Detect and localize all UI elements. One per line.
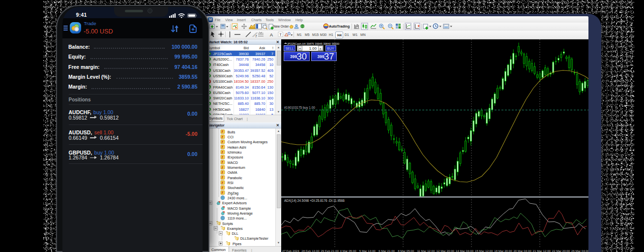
svg-text:18 Mar 20:00: 18 Mar 20:00 <box>494 249 512 252</box>
svg-text:29 Feb 21:00: 29 Feb 21:00 <box>321 249 339 252</box>
svg-text:Pipes: Pipes <box>233 241 241 246</box>
svg-text:Examples: Examples <box>227 226 243 230</box>
svg-text:Custom Moving Averages: Custom Moving Averages <box>228 140 268 144</box>
svg-text:A: A <box>270 32 273 37</box>
svg-text:20 Mar 04:00: 20 Mar 04:00 <box>513 249 531 252</box>
svg-text:6 Mar 21:00: 6 Mar 21:00 <box>379 249 395 252</box>
svg-text:#190103175 buy 1.00: #190103175 buy 1.00 <box>284 106 315 110</box>
svg-text:5 Mar 13:00: 5 Mar 13:00 <box>359 249 376 252</box>
svg-text:Parabolic: Parabolic <box>228 175 242 180</box>
svg-text:AutoTrading: AutoTrading <box>329 24 350 29</box>
svg-text:26 Mar 04:00: 26 Mar 04:00 <box>571 249 588 252</box>
svg-text:RSI: RSI <box>228 180 234 185</box>
svg-text:f: f <box>256 34 257 38</box>
svg-text:2430 more...: 2430 more... <box>228 195 247 200</box>
svg-text:MACD Sample: MACD Sample <box>228 206 251 210</box>
svg-text:12 Mar 20:00: 12 Mar 20:00 <box>437 249 455 252</box>
svg-text:15 Mar 12:00: 15 Mar 12:00 <box>475 249 493 252</box>
svg-text:27 Feb 2024: 27 Feb 2024 <box>282 249 299 252</box>
svg-text:11 Mar 12:00: 11 Mar 12:00 <box>417 249 435 252</box>
svg-text:4 Mar 05:00: 4 Mar 05:00 <box>340 249 357 252</box>
svg-text:22 Mar 20:00: 22 Mar 20:00 <box>552 249 570 252</box>
svg-text:Momentum: Momentum <box>228 165 245 169</box>
svg-text:iExposure: iExposure <box>228 155 243 159</box>
svg-text:Expert Advisors: Expert Advisors <box>222 201 247 205</box>
svg-text:DLLSampleTester: DLLSampleTester <box>240 236 269 241</box>
svg-text:OsMA: OsMA <box>228 170 237 175</box>
svg-text:Bulls: Bulls <box>228 129 235 134</box>
svg-text:T: T <box>279 33 282 36</box>
svg-text:28 Feb 13:00: 28 Feb 13:00 <box>301 249 320 252</box>
svg-text:MACD: MACD <box>228 160 238 164</box>
svg-text:1119 more...: 1119 more... <box>228 216 247 220</box>
svg-text:Stochastic: Stochastic <box>228 186 244 190</box>
svg-text:DLL: DLL <box>232 231 238 236</box>
svg-text:8 Mar 05:00: 8 Mar 05:00 <box>398 249 414 252</box>
svg-text:Scripts: Scripts <box>222 221 233 225</box>
svg-text:CCI: CCI <box>228 135 234 139</box>
svg-text:Heiken Ashi: Heiken Ashi <box>228 145 246 149</box>
svg-text:Ichimoku: Ichimoku <box>228 150 242 155</box>
svg-text:ZigZag: ZigZag <box>228 190 238 195</box>
svg-text:14 Mar 04:00: 14 Mar 04:00 <box>456 249 474 252</box>
svg-text:Moving Average: Moving Average <box>228 211 253 215</box>
svg-text:New Order: New Order <box>273 25 289 28</box>
svg-text:ADX(14) 24.5098 +DI:25.8176 -D: ADX(14) 24.5098 +DI:25.8176 -DI:11.9566 <box>284 199 345 203</box>
svg-text:21 Mar 12:00: 21 Mar 12:00 <box>533 249 551 252</box>
